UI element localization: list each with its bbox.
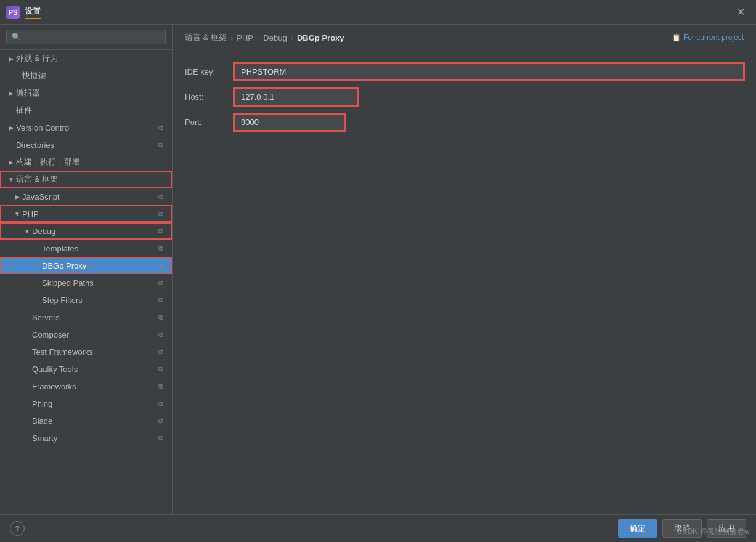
- breadcrumb-sep-2: ›: [257, 33, 259, 42]
- sidebar-item-lang-framework[interactable]: ▼ 语言 & 框架: [0, 171, 172, 188]
- sidebar-item-plugins[interactable]: 插件: [0, 102, 172, 119]
- expand-icon: ▶: [6, 157, 16, 167]
- collapse-icon: ▼: [12, 209, 22, 219]
- breadcrumb-debug: Debug: [263, 33, 287, 42]
- copy-icon: ⧉: [156, 381, 166, 391]
- sidebar-item-step-filters[interactable]: Step Filters ⧉: [0, 291, 172, 309]
- breadcrumb-sep-1: ›: [230, 33, 233, 42]
- copy-icon: ⧉: [156, 261, 166, 270]
- port-label: Port:: [185, 118, 234, 127]
- spacer-icon: [12, 71, 22, 81]
- spacer-icon: [22, 312, 32, 322]
- watermark: CSDN @孤独测量者w: [677, 527, 750, 537]
- breadcrumb: 语言 & 框架 › PHP › Debug › DBGp Proxy 📋 For…: [173, 25, 756, 51]
- breadcrumb-dbgp: DBGp Proxy: [297, 33, 344, 42]
- sidebar-item-composer[interactable]: Composer ⧉: [0, 326, 172, 343]
- breadcrumb-php: PHP: [237, 33, 253, 42]
- copy-icon: ⧉: [156, 140, 166, 150]
- sidebar-item-shortcuts[interactable]: 快捷键: [0, 67, 172, 84]
- copy-icon: ⧉: [156, 243, 166, 253]
- sidebar-item-version-control[interactable]: ▶ Version Control ⧉: [0, 119, 172, 136]
- breadcrumb-sep-3: ›: [291, 33, 293, 42]
- collapse-icon: ▼: [22, 226, 32, 236]
- copy-icon: ⧉: [156, 192, 166, 201]
- sidebar-item-smarty[interactable]: Smarty ⧉: [0, 429, 172, 447]
- ide-key-row: IDE key:: [185, 63, 744, 80]
- expand-icon: ▶: [6, 88, 16, 98]
- close-button[interactable]: ✕: [732, 4, 750, 20]
- spacer-icon: [22, 330, 32, 339]
- ide-key-label: IDE key:: [185, 67, 234, 76]
- dialog-body: ▶ 外观 & 行为 快捷键 ▶ 编辑器 插件: [0, 25, 756, 514]
- copy-icon: ⧉: [156, 278, 166, 288]
- port-row: Port:: [185, 114, 744, 131]
- copy-icon: ⧉: [156, 226, 166, 236]
- spacer-icon: [32, 261, 42, 270]
- ide-key-input[interactable]: [234, 63, 744, 80]
- sidebar-item-blade[interactable]: Blade ⧉: [0, 412, 172, 429]
- sidebar-item-dbgp-proxy[interactable]: DBGp Proxy ⧉: [0, 257, 172, 274]
- help-button[interactable]: ?: [10, 521, 25, 536]
- sidebar-item-debug[interactable]: ▼ Debug ⧉: [0, 222, 172, 240]
- sidebar-item-templates[interactable]: Templates ⧉: [0, 240, 172, 257]
- copy-icon: ⧉: [156, 312, 166, 322]
- copy-icon: ⧉: [156, 123, 166, 132]
- sidebar-item-skipped-paths[interactable]: Skipped Paths ⧉: [0, 274, 172, 291]
- copy-icon: ⧉: [156, 416, 166, 426]
- breadcrumb-lang: 语言 & 框架: [185, 32, 227, 43]
- bottom-bar: ? 确定 取消 应用: [0, 514, 756, 542]
- content-area: IDE key: Host: Port:: [173, 51, 756, 514]
- copy-icon: ⧉: [156, 364, 166, 374]
- host-input[interactable]: [234, 89, 357, 105]
- sidebar-item-appearance[interactable]: ▶ 外观 & 行为: [0, 50, 172, 67]
- ok-button[interactable]: 确定: [618, 519, 657, 538]
- sidebar-item-php[interactable]: ▼ PHP ⧉: [0, 205, 172, 222]
- copy-icon: ⧉: [156, 209, 166, 219]
- settings-dialog: PS 设置 ✕ ▶ 外观 & 行为 快捷键: [0, 0, 756, 542]
- expand-icon: ▶: [6, 54, 16, 63]
- sidebar-list: ▶ 外观 & 行为 快捷键 ▶ 编辑器 插件: [0, 50, 172, 514]
- sidebar-item-frameworks[interactable]: Frameworks ⧉: [0, 378, 172, 395]
- port-input[interactable]: [234, 114, 345, 131]
- sidebar-item-phing[interactable]: Phing ⧉: [0, 395, 172, 412]
- spacer-icon: [22, 364, 32, 374]
- project-link-icon: 📋: [672, 34, 681, 42]
- sidebar-item-directories[interactable]: Directories ⧉: [0, 136, 172, 153]
- dialog-title: 设置: [25, 6, 41, 19]
- spacer-icon: [22, 347, 32, 357]
- copy-icon: ⧉: [156, 398, 166, 408]
- spacer-icon: [32, 295, 42, 305]
- host-row: Host:: [185, 89, 744, 105]
- spacer-icon: [32, 243, 42, 253]
- spacer-icon: [22, 398, 32, 408]
- spacer-icon: [22, 381, 32, 391]
- spacer-icon: [32, 278, 42, 288]
- spacer-icon: [22, 416, 32, 426]
- sidebar-item-quality-tools[interactable]: Quality Tools ⧉: [0, 360, 172, 378]
- sidebar-item-test-frameworks[interactable]: Test Frameworks ⧉: [0, 343, 172, 360]
- for-current-project-link[interactable]: 📋 For current project: [672, 33, 744, 42]
- title-bar: PS 设置 ✕: [0, 0, 756, 25]
- spacer-icon: [6, 140, 16, 150]
- sidebar-item-servers[interactable]: Servers ⧉: [0, 309, 172, 326]
- collapse-icon: ▼: [6, 174, 16, 184]
- sidebar-item-build[interactable]: ▶ 构建，执行，部署: [0, 153, 172, 171]
- search-input[interactable]: [6, 30, 166, 44]
- sidebar: ▶ 外观 & 行为 快捷键 ▶ 编辑器 插件: [0, 25, 173, 514]
- expand-icon: ▶: [6, 123, 16, 132]
- sidebar-item-javascript[interactable]: ▶ JavaScript ⧉: [0, 188, 172, 205]
- main-content: 语言 & 框架 › PHP › Debug › DBGp Proxy 📋 For…: [173, 25, 756, 514]
- spacer-icon: [22, 433, 32, 443]
- copy-icon: ⧉: [156, 433, 166, 443]
- copy-icon: ⧉: [156, 330, 166, 339]
- sidebar-item-editor[interactable]: ▶ 编辑器: [0, 84, 172, 102]
- app-icon: PS: [6, 6, 20, 19]
- expand-icon: ▶: [12, 192, 22, 201]
- copy-icon: ⧉: [156, 295, 166, 305]
- copy-icon: ⧉: [156, 347, 166, 357]
- host-label: Host:: [185, 92, 234, 102]
- search-box: [0, 25, 172, 50]
- spacer-icon: [6, 105, 16, 115]
